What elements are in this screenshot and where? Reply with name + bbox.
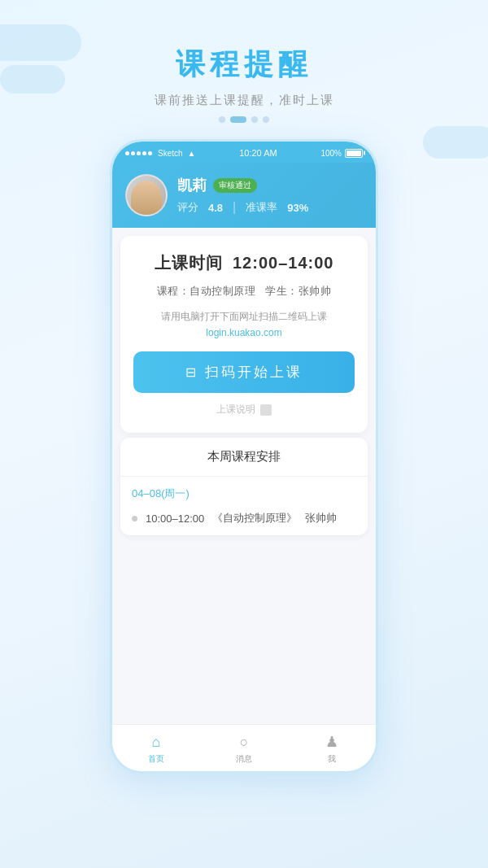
signal-icon — [125, 151, 152, 155]
course-label: 课程： — [157, 285, 190, 297]
indicator-dot-4 — [263, 116, 269, 123]
avatar — [125, 174, 168, 216]
profile-name: 凯莉 — [177, 176, 207, 195]
page-indicator — [0, 116, 488, 123]
profile-name-row: 凯莉 审核通过 — [177, 176, 363, 195]
nav-label-messages: 消息 — [236, 753, 252, 765]
page-subtitle: 课前推送上课提醒，准时上课 — [0, 93, 488, 108]
scan-notice: 请用电脑打开下面网址扫描二维码上课 — [133, 310, 355, 324]
scan-qr-icon: ⊟ — [185, 364, 198, 380]
schedule-item-student: 张帅帅 — [305, 511, 337, 526]
indicator-dot-1 — [219, 116, 225, 123]
blob-decoration-1 — [0, 24, 81, 61]
page-header: 课程提醒 课前推送上课提醒，准时上课 — [0, 0, 488, 116]
indicator-dot-2 — [230, 116, 246, 123]
verified-badge: 审核通过 — [213, 178, 257, 193]
blob-decoration-2 — [0, 65, 65, 94]
student-label: 学生： — [265, 285, 298, 297]
status-bar: Sketch ▲ 10:20 AM 100% — [112, 142, 376, 163]
nav-item-me[interactable]: ♟ 我 — [288, 725, 376, 771]
nav-item-home[interactable]: ⌂ 首页 — [112, 725, 200, 771]
profile-info: 凯莉 审核通过 评分 4.8 | 准课率 93% — [177, 176, 363, 215]
schedule-item: 10:00–12:00 《自动控制原理》 张帅帅 — [120, 504, 368, 535]
phone-content: 上课时间 12:00–14:00 课程：自动控制原理 学生：张帅帅 请用电脑打开… — [112, 228, 376, 724]
schedule-dot — [132, 516, 137, 521]
stat-divider: | — [233, 200, 236, 215]
battery-icon — [345, 149, 363, 158]
schedule-item-course: 《自动控制原理》 — [212, 511, 297, 526]
class-time-row: 上课时间 12:00–14:00 — [133, 252, 355, 274]
nav-label-home: 首页 — [148, 753, 164, 765]
attendance-label: 准课率 — [246, 200, 277, 215]
status-bar-right: 100% — [320, 149, 363, 158]
schedule-title: 本周课程安排 — [120, 438, 368, 477]
rating-value: 4.8 — [208, 202, 223, 214]
nav-item-messages[interactable]: ○ 消息 — [200, 725, 288, 771]
rating-label: 评分 — [177, 200, 198, 215]
attendance-value: 93% — [287, 202, 308, 214]
schedule-item-time: 10:00–12:00 — [146, 513, 204, 525]
schedule-date: 04–08(周一) — [120, 477, 368, 504]
home-icon: ⌂ — [152, 734, 161, 751]
class-time-label: 上课时间 — [155, 254, 223, 272]
phone-mockup: Sketch ▲ 10:20 AM 100% 凯莉 审核通 — [110, 139, 378, 774]
course-name: 自动控制原理 — [190, 285, 255, 297]
scan-link[interactable]: login.kuakao.com — [133, 327, 355, 338]
class-card: 上课时间 12:00–14:00 课程：自动控制原理 学生：张帅帅 请用电脑打开… — [120, 236, 368, 433]
class-note: 上课说明 — [133, 403, 355, 417]
profile-icon: ♟ — [325, 733, 338, 751]
class-note-text: 上课说明 — [216, 403, 255, 417]
profile-stats: 评分 4.8 | 准课率 93% — [177, 200, 363, 215]
nav-label-me: 我 — [328, 753, 336, 765]
phone-wrapper: Sketch ▲ 10:20 AM 100% 凯莉 审核通 — [0, 139, 488, 774]
indicator-dot-3 — [251, 116, 258, 123]
student-name: 张帅帅 — [298, 285, 332, 297]
class-time-value: 12:00–14:00 — [233, 254, 333, 272]
scan-button[interactable]: ⊟ 扫码开始上课 — [133, 351, 355, 393]
blob-decoration-3 — [423, 126, 488, 159]
wifi-icon: ▲ — [188, 149, 196, 158]
message-icon: ○ — [240, 734, 249, 751]
note-icon — [260, 404, 272, 416]
battery-percent: 100% — [320, 149, 342, 158]
schedule-section: 本周课程安排 04–08(周一) 10:00–12:00 《自动控制原理》 张帅… — [120, 438, 368, 535]
carrier-name: Sketch — [158, 149, 183, 158]
profile-header: 凯莉 审核通过 评分 4.8 | 准课率 93% — [112, 163, 376, 228]
bottom-nav: ⌂ 首页 ○ 消息 ♟ 我 — [112, 724, 376, 771]
scan-button-label: 扫码开始上课 — [205, 363, 303, 382]
status-bar-left: Sketch ▲ — [125, 149, 195, 158]
class-details: 课程：自动控制原理 学生：张帅帅 — [133, 284, 355, 299]
status-time: 10:20 AM — [239, 148, 277, 158]
